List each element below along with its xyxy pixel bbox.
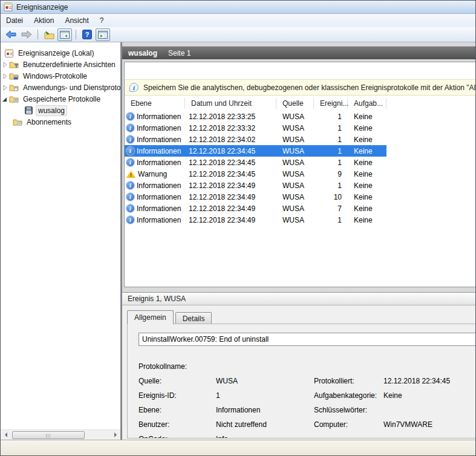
tree-item-saved-logs[interactable]: Gespeicherte Protokolle xyxy=(1,93,120,105)
status-bar xyxy=(1,440,475,455)
expand-collapsed-icon[interactable] xyxy=(1,84,9,91)
event-id-cell: 9 xyxy=(314,170,348,178)
event-id-cell: 1 xyxy=(314,124,348,132)
open-folder-icon xyxy=(44,30,54,39)
source-cell: WUSA xyxy=(276,124,314,132)
level-cell: Informationen xyxy=(137,135,181,144)
tree-item-windows-logs[interactable]: Windows-Protokolle xyxy=(1,70,120,82)
field-value: 12.12.2018 22:34:45 xyxy=(383,377,475,391)
notice-text: Speichern Sie die analytischen, debugbez… xyxy=(143,83,475,92)
title-bar[interactable]: Ereignisanzeige xyxy=(1,1,475,14)
toggle-action-pane-button[interactable] xyxy=(96,28,110,41)
field-value xyxy=(216,362,314,377)
event-id-cell: 1 xyxy=(314,158,348,167)
menu-aktion[interactable]: Aktion xyxy=(28,15,59,27)
tree-item-label: Abonnements xyxy=(25,117,73,127)
event-row[interactable]: iInformationen 12.12.2018 22:33:32 WUSA … xyxy=(125,122,386,134)
task-cell: Keine xyxy=(348,135,386,144)
sidebar-horizontal-scrollbar[interactable] xyxy=(1,429,120,440)
source-cell: WUSA xyxy=(276,216,314,224)
field-value: WUSA xyxy=(216,377,314,391)
tree-item-event-viewer-root[interactable]: Ereignisanzeige (Lokal) xyxy=(1,47,120,59)
task-cell: Keine xyxy=(348,204,386,213)
datetime-cell: 12.12.2018 22:34:45 xyxy=(185,147,276,155)
event-row[interactable]: iInformationen 12.12.2018 22:33:25 WUSA … xyxy=(125,111,386,122)
forward-button[interactable] xyxy=(19,28,34,41)
task-cell: Keine xyxy=(348,170,386,178)
action-pane-icon xyxy=(98,31,108,39)
information-icon: i xyxy=(126,124,134,132)
event-row[interactable]: iInformationen 12.12.2018 22:34:45 WUSA … xyxy=(125,157,386,168)
tree-item-wusalog[interactable]: wusalog xyxy=(1,105,120,116)
event-row[interactable]: iInformationen 12.12.2018 22:34:49 WUSA … xyxy=(125,214,386,226)
event-row[interactable]: iInformationen 12.12.2018 22:34:49 WUSA … xyxy=(125,180,386,191)
menu-ansicht[interactable]: Ansicht xyxy=(59,15,94,27)
level-cell: Informationen xyxy=(137,181,181,190)
field-label: Protokolliert: xyxy=(314,377,383,391)
event-row[interactable]: iInformationen 12.12.2018 22:34:49 WUSA … xyxy=(125,203,386,214)
column-header-event-id[interactable]: Ereigni... xyxy=(314,98,348,109)
folder-apps-icon xyxy=(9,83,19,91)
field-value xyxy=(383,435,475,438)
column-header-row: Ebene Datum und Uhrzeit Quelle Ereigni..… xyxy=(125,96,475,111)
scope-tree: Ereignisanzeige (Lokal) Benutzerdefinier… xyxy=(1,42,120,429)
menu-help[interactable]: ? xyxy=(94,15,109,27)
scroll-right-button[interactable] xyxy=(110,430,120,440)
tree-item-app-service-logs[interactable]: Anwendungs- und Dienstprotokolle xyxy=(1,82,120,93)
column-header-task[interactable]: Aufgab... xyxy=(348,98,386,109)
datetime-cell: 12.12.2018 22:34:45 xyxy=(185,170,276,178)
field-label xyxy=(314,435,383,438)
expand-expanded-icon[interactable] xyxy=(1,96,9,103)
event-id-cell: 1 xyxy=(314,135,348,144)
menu-datei[interactable]: Datei xyxy=(1,15,28,27)
event-row-selected[interactable]: iInformationen 12.12.2018 22:34:45 WUSA … xyxy=(125,145,386,157)
preview-pane: Ereignis 1, WUSA Allgemein Details Unins… xyxy=(122,292,475,440)
open-saved-log-button[interactable] xyxy=(42,28,56,41)
tree-item-label: Benutzerdefinierte Ansichten xyxy=(21,60,117,70)
field-label: Aufgabenkategorie: xyxy=(314,391,383,406)
expand-collapsed-icon[interactable] xyxy=(1,61,9,68)
event-row[interactable]: !Warnung 12.12.2018 22:34:45 WUSA 9 Kein… xyxy=(125,168,386,180)
saved-log-disk-icon xyxy=(24,106,33,114)
level-cell: Informationen xyxy=(137,147,181,155)
field-label xyxy=(314,362,383,377)
field-label: OpCode: xyxy=(139,435,216,438)
folder-logs-icon xyxy=(9,72,19,80)
tree-item-subscriptions[interactable]: Abonnements xyxy=(1,116,120,128)
column-header-datetime[interactable]: Datum und Uhrzeit xyxy=(185,98,276,109)
tree-item-custom-views[interactable]: Benutzerdefinierte Ansichten xyxy=(1,59,120,70)
window-title: Ereignisanzeige xyxy=(16,3,68,11)
level-cell: Informationen xyxy=(137,112,181,121)
notice-bar[interactable]: i Speichern Sie die analytischen, debugb… xyxy=(125,79,475,96)
event-id-cell: 7 xyxy=(314,204,348,213)
event-message-box[interactable]: UninstallWorker.00759: End of uninstall xyxy=(139,333,475,346)
scrollbar-thumb[interactable] xyxy=(12,431,85,439)
field-value: Nicht zutreffend xyxy=(216,420,314,435)
level-cell: Informationen xyxy=(137,124,181,132)
task-cell: Keine xyxy=(348,181,386,190)
tree-item-label: wusalog xyxy=(36,105,67,116)
back-button[interactable] xyxy=(4,28,18,41)
results-pane-header: wusalog Seite 1 xyxy=(122,46,475,59)
event-id-cell: 1 xyxy=(314,181,348,190)
preview-pane-title[interactable]: Ereignis 1, WUSA xyxy=(122,293,475,305)
field-label: Schlüsselwörter: xyxy=(314,406,383,420)
help-button[interactable]: ? xyxy=(80,28,94,41)
event-row[interactable]: iInformationen 12.12.2018 22:34:02 WUSA … xyxy=(125,134,386,145)
tab-details[interactable]: Details xyxy=(175,312,212,324)
event-row[interactable]: iInformationen 12.12.2018 22:34:49 WUSA … xyxy=(125,191,386,203)
column-header-level[interactable]: Ebene xyxy=(125,98,185,109)
info-bubble-icon: i xyxy=(129,83,139,92)
column-header-source[interactable]: Quelle xyxy=(276,98,314,109)
field-value: Win7VMWARE xyxy=(383,420,475,435)
datetime-cell: 12.12.2018 22:34:49 xyxy=(185,193,276,201)
expand-collapsed-icon[interactable] xyxy=(1,73,9,80)
tab-allgemein[interactable]: Allgemein xyxy=(127,310,174,324)
scroll-left-button[interactable] xyxy=(1,430,11,440)
event-id-cell: 1 xyxy=(314,216,348,224)
task-cell: Keine xyxy=(348,193,386,201)
toggle-console-tree-button[interactable] xyxy=(57,28,72,41)
task-cell: Keine xyxy=(348,124,386,132)
information-icon: i xyxy=(126,112,134,120)
level-cell: Informationen xyxy=(137,216,181,224)
